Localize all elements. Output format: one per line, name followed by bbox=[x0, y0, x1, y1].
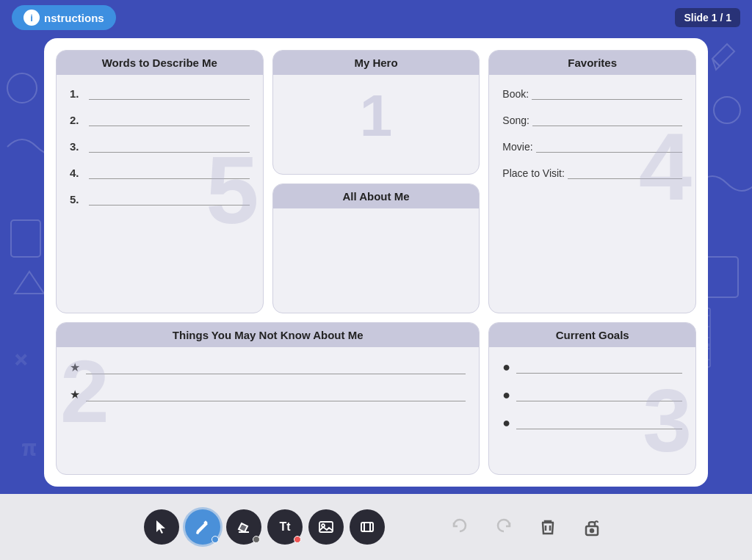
info-icon: i bbox=[24, 10, 40, 26]
text-tool-label: Tt bbox=[279, 520, 290, 534]
shape-eraser-tool-button[interactable] bbox=[350, 509, 385, 545]
instructions-button[interactable]: i nstructions bbox=[12, 5, 116, 30]
svg-rect-1 bbox=[11, 220, 40, 257]
action-group bbox=[444, 514, 608, 540]
things-card-body: 2 ★ ★ bbox=[57, 347, 479, 428]
my-hero-card: My Hero 1 bbox=[272, 50, 480, 175]
svg-text:×: × bbox=[15, 347, 28, 371]
instructions-label: nstructions bbox=[44, 12, 104, 24]
goals-list: ● ● ● bbox=[499, 354, 685, 450]
list-item: ● bbox=[502, 416, 682, 429]
list-item: ● bbox=[502, 388, 682, 401]
svg-point-24 bbox=[590, 529, 593, 532]
undo-button[interactable] bbox=[444, 514, 476, 540]
star-icon: ★ bbox=[70, 388, 80, 401]
pencil-icon bbox=[195, 519, 211, 535]
list-item: 4. bbox=[70, 166, 250, 179]
lock-icon bbox=[582, 517, 602, 537]
list-item: 5. bbox=[70, 192, 250, 206]
list-item: ● bbox=[502, 360, 682, 374]
slide-indicator: Slide 1 / 1 bbox=[675, 8, 740, 27]
tool-group: Tt bbox=[144, 509, 385, 545]
words-list: 1. 2. 3. 4. 5. bbox=[67, 82, 253, 223]
pencil-tool-button[interactable] bbox=[185, 509, 220, 545]
delete-button[interactable] bbox=[532, 514, 564, 540]
eraser-dot-indicator bbox=[253, 536, 260, 543]
list-item: 3. bbox=[70, 139, 250, 153]
favorites-card-body: 4 Book: Song: Movie: Place to Visit: bbox=[489, 75, 695, 207]
all-about-me-card: All About Me bbox=[272, 183, 480, 314]
goals-card-body: 3 ● ● ● bbox=[489, 347, 695, 457]
image-tool-button[interactable] bbox=[308, 509, 344, 545]
favorites-card: Favorites 4 Book: Song: Movie: Place to … bbox=[488, 50, 696, 313]
all-about-card-body bbox=[273, 208, 480, 297]
redo-button[interactable] bbox=[488, 514, 520, 540]
svg-text:π: π bbox=[22, 437, 36, 459]
list-item: Place to Visit: bbox=[502, 167, 682, 179]
words-card-header: Words to Describe Me bbox=[57, 51, 263, 75]
list-item: Book: bbox=[502, 88, 682, 100]
text-tool-button[interactable]: Tt bbox=[267, 509, 303, 545]
words-to-describe-me-card: Words to Describe Me 5 1. 2. 3. 4. 5. bbox=[56, 50, 264, 313]
hero-card-header: My Hero bbox=[273, 51, 480, 75]
things-card-header: Things You May Not Know About Me bbox=[57, 323, 479, 347]
main-content: Words to Describe Me 5 1. 2. 3. 4. 5. My… bbox=[44, 38, 708, 487]
list-item: ★ bbox=[70, 388, 466, 401]
top-bar: i nstructions Slide 1 / 1 bbox=[0, 0, 752, 35]
svg-rect-16 bbox=[319, 522, 333, 532]
all-about-card-header: All About Me bbox=[273, 184, 480, 208]
eraser-tool-button[interactable] bbox=[226, 509, 261, 545]
favorites-card-header: Favorites bbox=[489, 51, 695, 75]
list-item: ★ bbox=[70, 360, 466, 374]
svg-rect-18 bbox=[361, 523, 373, 531]
undo-icon bbox=[449, 517, 470, 537]
eraser-icon bbox=[236, 519, 252, 535]
lock-button[interactable] bbox=[576, 514, 608, 540]
trash-icon bbox=[538, 517, 558, 537]
current-goals-card: Current Goals 3 ● ● ● bbox=[488, 322, 696, 475]
cursor-tool-button[interactable] bbox=[144, 509, 179, 545]
svg-rect-3 bbox=[705, 257, 738, 297]
hero-bg-number: 1 bbox=[360, 82, 393, 150]
image-icon bbox=[318, 519, 334, 535]
list-item: 1. bbox=[70, 87, 250, 100]
list-item: Song: bbox=[502, 114, 682, 126]
things-card: Things You May Not Know About Me 2 ★ ★ bbox=[56, 322, 480, 475]
hero-card-body: 1 bbox=[273, 75, 480, 157]
text-dot-indicator bbox=[294, 536, 301, 543]
svg-point-0 bbox=[7, 73, 37, 103]
list-item: 2. bbox=[70, 113, 250, 126]
list-item: Movie: bbox=[502, 141, 682, 153]
pencil-dot-indicator bbox=[212, 536, 219, 543]
cursor-icon bbox=[153, 519, 170, 535]
bottom-toolbar: Tt bbox=[0, 494, 752, 560]
redo-icon bbox=[494, 517, 514, 537]
shape-eraser-icon bbox=[359, 519, 375, 535]
goals-card-header: Current Goals bbox=[489, 323, 695, 347]
star-icon: ★ bbox=[70, 360, 80, 374]
things-list: ★ ★ bbox=[67, 354, 469, 421]
svg-point-2 bbox=[714, 97, 740, 123]
favorites-list: Book: Song: Movie: Place to Visit: bbox=[499, 82, 685, 200]
words-card-body: 5 1. 2. 3. 4. 5. bbox=[57, 75, 263, 230]
